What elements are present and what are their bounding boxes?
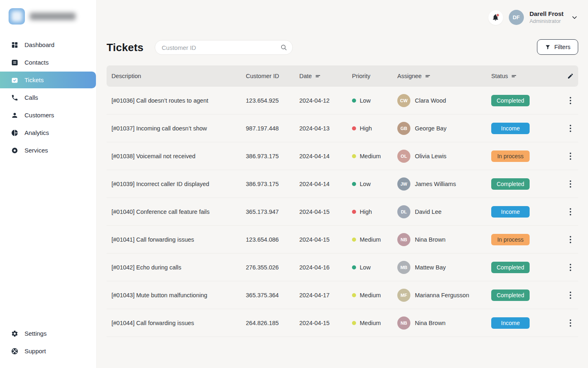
priority-label: High: [360, 125, 372, 132]
sidebar-item-calls[interactable]: Calls: [0, 89, 96, 106]
ticket-description: [#01037] Incoming call doesn’t show: [107, 125, 246, 132]
sidebar-item-analytics[interactable]: Analytics: [0, 124, 96, 141]
column-header-label: Date: [299, 73, 312, 79]
ticket-status: Completed: [491, 95, 562, 106]
row-actions: [562, 207, 578, 217]
row-actions: [562, 263, 578, 272]
ticket-priority: High: [352, 125, 397, 132]
ticket-date: 2024-04-15: [299, 236, 352, 243]
row-menu-button[interactable]: [566, 235, 575, 245]
priority-dot: [352, 210, 356, 214]
page-title: Tickets: [107, 41, 144, 54]
ticket-description: [#01042] Echo during calls: [107, 264, 246, 271]
logo-icon: [9, 8, 25, 25]
column-header-assignee[interactable]: Assignee: [397, 73, 491, 79]
kebab-icon: [570, 97, 571, 104]
ticket-description: [#01040] Conference call feature fails: [107, 209, 246, 215]
table-row: [#01043] Mute button malfunctioning365.3…: [107, 281, 578, 309]
ticket-customer-id: 123.654.925: [246, 97, 299, 104]
row-menu-button[interactable]: [566, 179, 575, 189]
status-badge: Completed: [491, 95, 530, 106]
pencil-icon: [567, 73, 574, 79]
column-header-date[interactable]: Date: [299, 73, 352, 79]
user-cluster: DF Darell Frost Administrator: [488, 10, 578, 25]
priority-label: Low: [360, 264, 371, 271]
row-menu-button[interactable]: [566, 207, 575, 217]
column-header-status[interactable]: Status: [491, 73, 562, 79]
phone-icon: [11, 94, 18, 101]
row-menu-button[interactable]: [566, 318, 575, 328]
ticket-date: 2024-04-14: [299, 153, 352, 159]
row-menu-button[interactable]: [566, 290, 575, 300]
table-body: [#01036] Call doesn’t routes to agent123…: [107, 87, 578, 337]
search-icon[interactable]: [280, 44, 287, 51]
sidebar-item-dashboard[interactable]: Dashboard: [0, 36, 96, 54]
ticket-customer-id: 365.173.947: [246, 209, 299, 215]
assignee-name: Clara Wood: [415, 97, 446, 104]
person-icon: [11, 112, 18, 119]
ticket-customer-id: 123.654.086: [246, 236, 299, 243]
ticket-customer-id: 276.355.026: [246, 264, 299, 271]
ticket-priority: Medium: [352, 292, 397, 298]
assignee-avatar: NB: [397, 233, 410, 246]
kebab-icon: [570, 264, 571, 271]
kebab-icon: [570, 319, 571, 327]
priority-label: High: [360, 209, 372, 215]
sidebar: DashboardContactsTicketsCallsCustomersAn…: [0, 0, 97, 368]
logo: [0, 0, 96, 25]
ticket-priority: Low: [352, 181, 397, 187]
row-menu-button[interactable]: [566, 151, 575, 161]
kebab-icon: [570, 153, 571, 160]
dashboard-grid-icon: [11, 41, 18, 49]
ticket-status: In process: [491, 234, 562, 245]
sidebar-item-label: Dashboard: [24, 41, 54, 48]
filters-button[interactable]: Filters: [537, 39, 578, 55]
assignee-avatar: NB: [397, 316, 410, 330]
user-role: Administrator: [530, 18, 564, 25]
row-actions: [562, 96, 578, 105]
assignee-avatar: MB: [397, 261, 410, 274]
notifications-button[interactable]: [488, 10, 503, 25]
search-box: [155, 40, 293, 55]
ticket-icon: [11, 76, 18, 84]
ticket-date: 2024-04-13: [299, 125, 352, 132]
priority-label: Low: [360, 181, 371, 187]
ticket-date: 2024-04-17: [299, 292, 352, 298]
assignee-avatar: GB: [397, 122, 410, 135]
assignee-name: Mattew Bay: [415, 264, 446, 271]
column-header-customer-id: Customer ID: [246, 73, 299, 79]
edit-columns-button[interactable]: [562, 73, 578, 79]
column-header-label: Status: [491, 73, 508, 79]
column-header-description: Description: [107, 73, 246, 79]
ticket-description: [#01043] Mute button malfunctioning: [107, 292, 246, 298]
ticket-status: Income: [491, 317, 562, 329]
status-badge: In process: [491, 150, 530, 162]
user-avatar[interactable]: DF: [509, 10, 524, 25]
sidebar-item-tickets[interactable]: Tickets: [0, 72, 96, 88]
sidebar-item-label: Tickets: [24, 76, 44, 83]
priority-dot: [352, 126, 356, 130]
user-menu-toggle[interactable]: [571, 14, 578, 21]
sidebar-item-services[interactable]: Services: [0, 141, 96, 159]
ticket-assignee: NBNina Brown: [397, 233, 491, 246]
priority-dot: [352, 238, 356, 242]
sidebar-item-contacts[interactable]: Contacts: [0, 54, 96, 71]
user-meta: Darell Frost Administrator: [530, 10, 564, 25]
column-header-priority: Priority: [352, 73, 397, 79]
assignee-avatar: OL: [397, 150, 410, 163]
ticket-customer-id: 386.973.175: [246, 181, 299, 187]
assignee-name: Marianna Fergusson: [415, 292, 469, 298]
row-menu-button[interactable]: [566, 123, 575, 133]
sidebar-item-customers[interactable]: Customers: [0, 106, 96, 124]
row-menu-button[interactable]: [566, 96, 575, 105]
search-input[interactable]: [155, 40, 293, 55]
assignee-name: Nina Brown: [415, 236, 445, 243]
ticket-description: [#01044] Call forwarding issues: [107, 320, 246, 326]
ticket-status: Completed: [491, 262, 562, 273]
assignee-name: George Bay: [415, 125, 446, 132]
sidebar-item-settings[interactable]: Settings: [0, 325, 96, 342]
row-menu-button[interactable]: [566, 263, 575, 272]
ticket-assignee: MFMarianna Fergusson: [397, 289, 491, 302]
sidebar-item-support[interactable]: Support: [0, 342, 96, 360]
status-badge: Completed: [491, 262, 530, 273]
